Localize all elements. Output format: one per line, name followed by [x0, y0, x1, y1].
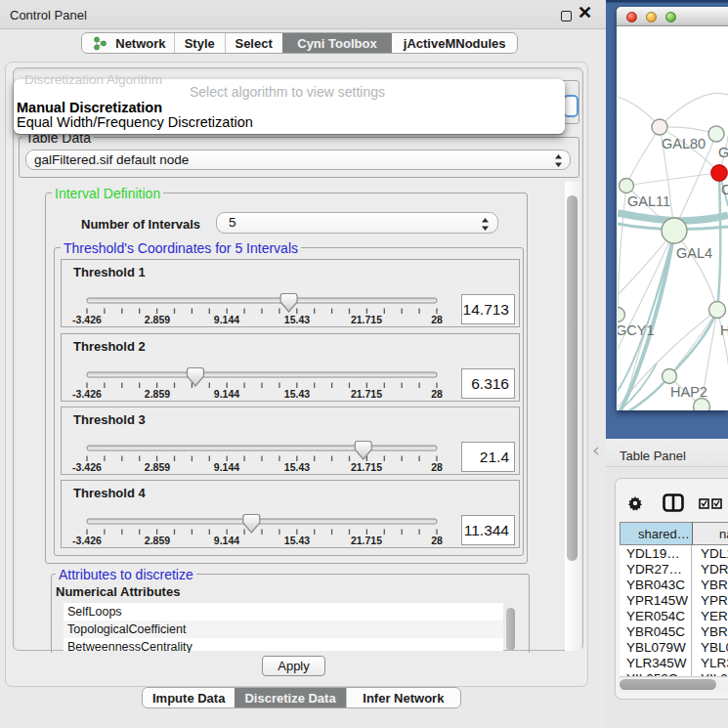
svg-text:21.715: 21.715 [351, 535, 382, 546]
svg-text:GA: GA [718, 145, 728, 160]
svg-text:GAL80: GAL80 [662, 136, 706, 151]
svg-text:GAL4: GAL4 [676, 245, 712, 261]
svg-text:28: 28 [431, 314, 443, 325]
svg-text:2.859: 2.859 [145, 388, 170, 400]
svg-text:H: H [720, 322, 728, 338]
svg-text:9.144: 9.144 [214, 388, 239, 400]
svg-text:21.715: 21.715 [351, 388, 382, 400]
svg-text:15.43: 15.43 [284, 314, 310, 325]
svg-text:-3.426: -3.426 [72, 535, 102, 546]
svg-text:GAL11: GAL11 [627, 193, 670, 209]
svg-text:GCY1: GCY1 [618, 322, 655, 338]
svg-text:2.859: 2.859 [145, 461, 170, 473]
svg-text:-3.426: -3.426 [72, 314, 102, 325]
svg-text:15.43: 15.43 [284, 461, 310, 473]
svg-text:28: 28 [431, 388, 443, 400]
svg-text:9.144: 9.144 [214, 535, 239, 546]
svg-text:HAP2: HAP2 [670, 384, 707, 400]
svg-text:15.43: 15.43 [284, 535, 310, 546]
svg-text:C: C [721, 182, 728, 197]
svg-text:-3.426: -3.426 [72, 388, 102, 400]
svg-text:28: 28 [431, 461, 443, 473]
svg-text:2.859: 2.859 [145, 535, 170, 546]
svg-text:-3.426: -3.426 [72, 461, 102, 473]
svg-text:15.43: 15.43 [284, 388, 310, 400]
svg-text:21.715: 21.715 [351, 314, 382, 325]
svg-text:9.144: 9.144 [214, 461, 239, 473]
svg-text:2.859: 2.859 [145, 314, 170, 325]
svg-text:9.144: 9.144 [214, 314, 239, 325]
svg-text:21.715: 21.715 [351, 461, 382, 473]
svg-text:28: 28 [431, 535, 443, 546]
